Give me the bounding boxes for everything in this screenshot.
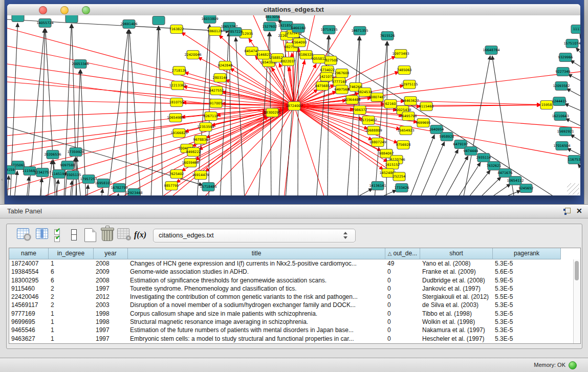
table-selector-dropdown[interactable]: citations_edges.txt [153,229,356,243]
citation-edge-black[interactable] [409,135,434,195]
citation-edge-black[interactable] [48,160,52,195]
column-header-name[interactable]: name [9,248,49,259]
citation-edge-black[interactable] [567,148,580,156]
table-row[interactable]: 946362711997Embryonic stem cells: a mode… [9,335,574,343]
citation-edge-black[interactable] [463,56,490,195]
network-canvas[interactable]: 1872400771638228860128891293522260538982… [7,15,580,195]
vertical-scrollbar[interactable] [573,259,580,343]
cell-out_degree: 0 [385,326,420,334]
citation-edge-black[interactable] [420,142,445,195]
column-header-title[interactable]: title [128,248,385,259]
citation-edge-black[interactable] [570,135,580,142]
table-panel-title: Table Panel [7,207,42,215]
citation-edge-red[interactable] [294,106,398,143]
citation-edge-red[interactable] [7,28,294,106]
column-header-year[interactable]: year [94,248,128,259]
citation-edge-black[interactable] [467,170,490,195]
citation-edge-black[interactable] [568,74,580,82]
citation-edge-black[interactable] [70,181,72,195]
node-label: 116753 [568,158,580,162]
column-header-in_degree[interactable]: in_degree [49,248,94,259]
cell-name: 18300295 [9,276,49,285]
node-label: 9227349 [556,70,571,74]
graph-node[interactable] [66,15,78,23]
citation-edge-red[interactable] [7,82,294,106]
citation-edge-black[interactable] [107,30,128,195]
citation-edge-black[interactable] [434,149,458,195]
citation-edge-black[interactable] [576,48,580,55]
citation-edge-red[interactable] [7,64,294,106]
node-label: 2803144 [213,76,228,80]
citation-edge-black[interactable] [118,193,119,195]
cell-out_degree: 0 [385,293,420,301]
right-panel-divider[interactable] [584,0,588,204]
collapse-panel-icon[interactable]: ‹ [0,177,4,182]
citation-edge-red[interactable] [205,106,294,171]
delete-icon[interactable] [102,227,113,241]
citation-edge-red[interactable] [7,100,294,106]
node-label: 8267110 [204,114,219,118]
citation-edge-black[interactable] [444,156,468,195]
table-row[interactable]: 946554611997Estimation of the future num… [9,326,574,334]
table-body[interactable]: 1872400712008Changes of HCN gene express… [9,259,574,343]
cell-in_degree: 2 [49,301,94,309]
node-label: 12975115 [401,82,418,86]
node-label: 20053346 [72,62,89,66]
node-label: 18300295 [264,111,280,115]
cell-name: 18724007 [9,259,49,268]
node-label: 8186328 [299,53,314,57]
citation-edge-black[interactable] [564,103,580,112]
node-label: 3824534 [358,90,373,94]
cell-pagerank: 5.3E-5 [493,301,561,309]
cell-out_degree: 0 [385,310,420,318]
citation-edge-black[interactable] [570,60,580,68]
new-column-icon[interactable] [84,228,96,242]
citation-edge-black[interactable] [358,36,360,195]
node-label: 9146821 [256,53,271,57]
citation-edge-black[interactable] [567,89,580,97]
node-label: 19166825 [170,131,187,135]
table-settings-icon[interactable] [17,228,29,239]
node-label: 9329966 [558,55,573,59]
column-header-out_degree[interactable]: △out_de... [385,248,420,259]
column-header-pagerank[interactable]: pagerank [493,248,561,259]
citation-edge-black[interactable] [457,162,481,195]
citation-edge-black[interactable] [499,190,521,195]
citation-edge-black[interactable] [7,176,9,195]
close-panel-icon[interactable]: ✕ [576,207,582,215]
citation-edge-black[interactable] [87,185,88,195]
citation-edge-black[interactable] [14,171,17,195]
float-panel-icon[interactable] [563,208,570,214]
graph-node[interactable] [12,15,24,22]
sort-ascending-icon: △ [388,251,392,256]
table-row[interactable]: 911546021997Tourette syndrome. Phenomeno… [9,285,574,293]
node-label: 2935114 [476,156,491,160]
node-label: 10654985 [167,116,184,120]
scrollbar-thumb[interactable] [575,261,579,280]
column-header-short[interactable]: short [420,248,493,259]
table-row[interactable]: 969969511998Structural magnetic resonanc… [9,318,574,326]
node-label: 18724007 [286,104,302,108]
left-panel-divider[interactable] [0,0,5,204]
citation-edge-black[interactable] [353,188,373,195]
citation-edge-black[interactable] [565,119,580,127]
citation-edge-black[interactable] [580,34,580,40]
function-builder-icon[interactable]: f(x) [134,230,146,239]
table-row[interactable]: 1456911722003Disruption of a novel membe… [9,301,574,309]
cell-year: 2009 [94,268,128,276]
row-height-icon[interactable] [71,229,77,240]
table-row[interactable]: 1872400712008Changes of HCN gene express… [9,259,574,268]
citation-edge-black[interactable] [101,189,103,195]
column-visibility-icon[interactable] [36,228,48,239]
window-title-bar[interactable]: citations_edges.txt [7,4,580,16]
graph-node[interactable] [153,16,165,25]
table-row[interactable]: 1938455462009Genome-wide association stu… [9,268,574,276]
delete-table-icon[interactable]: x [117,228,129,239]
row-selection-icon[interactable] [54,229,60,244]
table-row[interactable]: 1830029562008Estimation of significance … [9,276,574,285]
table-row[interactable]: 2242004622012Investigating the contribut… [9,293,574,301]
node-label: 12342757 [34,170,51,174]
resize-grip-icon[interactable] [567,183,579,194]
citation-edge-black[interactable] [578,164,580,170]
table-row[interactable]: 977716911998Corpus callosum shape and si… [9,310,574,318]
